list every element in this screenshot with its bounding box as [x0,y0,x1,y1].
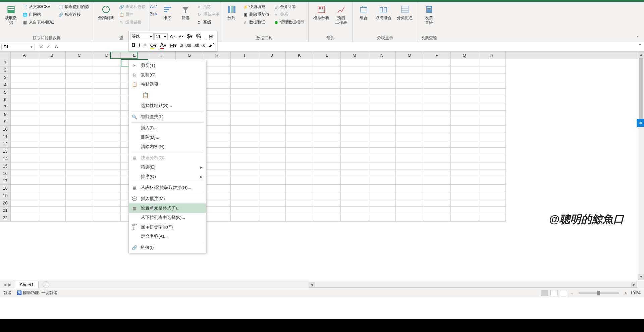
cell[interactable] [203,66,231,74]
cell[interactable] [341,118,368,126]
cell[interactable] [423,66,451,74]
cell[interactable] [258,103,286,111]
cell[interactable] [203,177,231,185]
cell[interactable] [286,185,313,192]
cell[interactable] [478,81,506,89]
cell[interactable] [286,170,313,177]
from-text-csv-button[interactable]: 📄从文本/CSV [21,3,55,10]
name-box[interactable]: E1▾ [1,44,35,50]
cell[interactable] [258,133,286,140]
cell[interactable] [203,103,231,111]
cell[interactable] [286,133,313,140]
cell[interactable] [11,66,38,74]
cell[interactable] [66,162,93,170]
invoice-check-button[interactable]: 发票 查验 [421,3,437,26]
cell[interactable] [66,74,93,81]
cell[interactable] [203,111,231,118]
cell[interactable] [478,207,506,214]
cell[interactable] [66,66,93,74]
cell[interactable] [478,155,506,162]
cell[interactable] [203,140,231,148]
cell[interactable] [231,126,258,133]
font-color-button[interactable]: A▾ [159,41,168,50]
cell[interactable] [478,96,506,103]
row-header-22[interactable]: 22 [0,214,10,222]
cell[interactable] [11,118,38,126]
cell[interactable] [478,118,506,126]
cell[interactable] [93,96,121,103]
cell[interactable] [286,162,313,170]
cell[interactable] [11,177,38,185]
cell[interactable] [341,192,368,199]
cell[interactable] [451,74,478,81]
cell[interactable] [231,96,258,103]
cell[interactable] [451,207,478,214]
cell[interactable] [396,192,423,199]
column-header-H[interactable]: H [203,52,231,59]
cell[interactable] [231,177,258,185]
column-header-F[interactable]: F [148,52,176,59]
column-header-O[interactable]: O [396,52,423,59]
font-name-select[interactable]: 等线▾ [130,33,154,40]
from-table-button[interactable]: ▦来自表格/区域 [21,19,55,26]
cell[interactable] [66,89,93,96]
existing-connections-button[interactable]: 🔗现有连接 [57,11,90,18]
cell[interactable] [203,207,231,214]
cell[interactable] [368,74,396,81]
cell[interactable] [258,126,286,133]
cell[interactable] [396,133,423,140]
collapse-ribbon-button[interactable]: ˄ [636,35,641,41]
cell[interactable] [38,148,66,155]
scroll-right-button[interactable]: ▶ [631,282,637,287]
cell[interactable] [11,192,38,199]
cell[interactable] [368,81,396,89]
cell[interactable] [258,59,286,66]
cell[interactable] [341,199,368,207]
column-header-R[interactable]: R [478,52,506,59]
cell[interactable] [258,177,286,185]
cell[interactable] [423,111,451,118]
cell[interactable] [341,155,368,162]
cell[interactable] [368,111,396,118]
cell[interactable] [93,66,121,74]
sheet-nav-next[interactable]: ▶ [8,282,11,287]
cell[interactable] [368,103,396,111]
cell[interactable] [423,170,451,177]
cell[interactable] [451,118,478,126]
cell[interactable] [423,140,451,148]
cell[interactable] [203,74,231,81]
cell[interactable] [11,133,38,140]
cell[interactable] [93,140,121,148]
cell[interactable] [313,89,341,96]
cell[interactable] [93,162,121,170]
cell[interactable] [368,207,396,214]
cell[interactable] [286,140,313,148]
cell[interactable] [38,207,66,214]
ctx-cut[interactable]: ✂剪切(T) [129,61,206,70]
row-header-21[interactable]: 21 [0,207,10,214]
cancel-formula-button[interactable]: ✕ [39,44,43,50]
cell[interactable] [341,81,368,89]
cell[interactable] [341,74,368,81]
cell[interactable] [258,185,286,192]
cell[interactable] [203,126,231,133]
cell[interactable] [258,192,286,199]
cell[interactable] [478,126,506,133]
cell[interactable] [478,74,506,81]
ctx-pick-from-list[interactable]: 从下拉列表中选择(K)... [129,213,206,222]
cell[interactable] [66,59,93,66]
cell[interactable] [451,126,478,133]
cell[interactable] [286,74,313,81]
cell[interactable] [258,81,286,89]
cell[interactable] [38,74,66,81]
cell[interactable] [231,81,258,89]
cell[interactable] [231,111,258,118]
cell[interactable] [313,133,341,140]
cell[interactable] [423,177,451,185]
sort-az-button[interactable]: A↓Z [150,3,158,10]
cell[interactable] [258,155,286,162]
row-header-5[interactable]: 5 [0,89,10,96]
cell[interactable] [66,96,93,103]
cell[interactable] [38,66,66,74]
cell[interactable] [396,140,423,148]
